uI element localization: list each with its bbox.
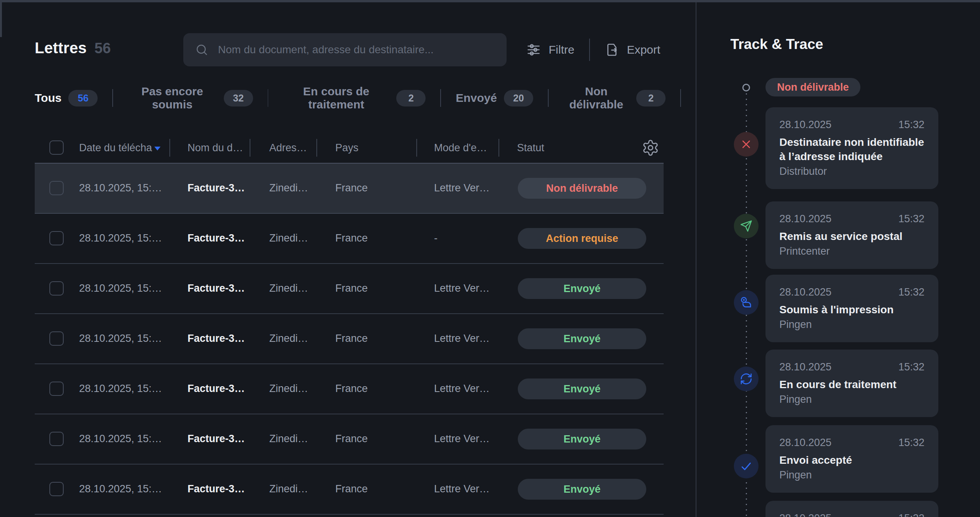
column-separator [316,139,317,157]
export-label: Export [627,43,661,56]
event-date: 28.10.2025 [779,286,831,298]
row-country: France [335,414,368,463]
filter-button[interactable]: Filtre [517,42,584,57]
event-date-row: 28.10.202515:32 [779,286,924,298]
table-header: Date du téléchaNom du d…Adres…PaysMode d… [35,133,664,164]
send-icon [734,214,759,238]
export-icon [605,42,619,57]
column-header-country: Pays [335,133,358,163]
tab-label: Pas encore soumis [128,85,216,111]
event-title: Remis au service postal [779,230,924,244]
timeline-start-ring [742,84,750,91]
row-recipient: Zinedi… [269,364,308,413]
status-badge: Action requise [518,228,646,249]
row-send-mode: - [434,214,438,262]
event-date-row: 28.10.202515:32 [779,213,924,225]
event-time: 15:32 [898,286,924,298]
row-checkbox[interactable] [49,181,64,195]
row-checkbox[interactable] [49,432,64,446]
row-checkbox[interactable] [49,482,64,496]
row-country: France [335,264,368,313]
event-time: 15:32 [898,361,924,373]
event-date: 28.10.2025 [779,119,831,131]
column-separator [250,139,250,157]
tab-count-badge: 20 [504,90,533,106]
page-title-label: Lettres [35,39,87,57]
tab-pas-encore-soumis[interactable]: Pas encore soumis32 [128,85,253,111]
row-date: 28.10.2025, 15:… [79,164,162,212]
table-row[interactable]: 28.10.2025, 15:…Facture-3…Zinedi…FranceL… [35,364,664,414]
event-time: 15:32 [898,213,924,225]
row-send-mode: Lettre Ver… [434,465,490,513]
column-separator [498,139,499,157]
row-document-name: Facture-3… [188,465,245,513]
event-title: En cours de traitement [779,378,924,392]
tab-non-d-livrable[interactable]: Non délivrable2 [563,85,666,111]
row-checkbox[interactable] [49,382,64,396]
select-all-checkbox[interactable] [49,140,64,155]
tab-count-badge: 56 [68,90,98,106]
column-header-date[interactable]: Date du télécha [79,133,161,163]
row-country: France [335,314,368,363]
row-country: France [335,364,368,413]
event-title: Envoi accepté [779,453,924,468]
timeline-event-card: 28.10.202515:32Envoi acceptéPingen [765,425,938,493]
row-document-name: Facture-3… [188,314,245,363]
status-badge: Envoyé [518,429,646,449]
row-checkbox[interactable] [49,281,64,296]
filter-icon [526,42,541,57]
tab-tous[interactable]: Tous56 [35,90,98,106]
row-send-mode: Lettre Ver… [434,264,490,313]
sort-caret-icon [154,147,161,150]
search-input[interactable] [217,43,495,56]
check-icon [734,454,759,478]
row-send-mode: Lettre Ver… [434,364,490,413]
toolbar-actions: Filtre Export [517,33,669,66]
event-source: Pingen [779,394,924,405]
row-document-name: Facture-3… [188,264,245,313]
row-document-name: Facture-3… [188,214,245,262]
table-row[interactable]: 28.10.2025, 15:…Facture-3…Zinedi…FranceL… [35,314,664,364]
table-row[interactable]: 28.10.2025, 15:…Facture-3…Zinedi…FranceL… [35,414,664,465]
row-date: 28.10.2025, 15:… [79,364,162,413]
track-status-badge: Non délivrable [765,78,860,96]
event-time: 15:32 [898,119,924,131]
row-date: 28.10.2025, 15:… [79,414,162,463]
tab-label: En cours de traitement [283,85,389,111]
table-row[interactable]: 28.10.2025, 15:…Facture-3…Zinedi…FranceL… [35,164,664,214]
tab-label: Non délivrable [563,85,630,111]
tab-separator [548,89,549,107]
timeline-event-card: 28.10.202515:32Soumis à l'impressionPing… [765,275,938,342]
row-country: France [335,465,368,513]
row-send-mode: Lettre Ver… [434,414,490,463]
table-row[interactable]: 28.10.2025, 15:…Facture-3…Zinedi…FranceL… [35,465,664,515]
column-header-label: Nom du d… [188,142,243,154]
table-row[interactable]: 28.10.2025, 15:…Facture-3…Zinedi…France-… [35,214,664,264]
column-header-label: Statut [517,142,544,154]
row-date: 28.10.2025, 15:… [79,264,162,313]
search-bar[interactable] [183,33,507,66]
row-checkbox[interactable] [49,231,64,245]
track-and-trace-panel: Track & Trace Non délivrable 28.10.20251… [696,2,980,517]
status-badge: Non délivrable [518,178,646,199]
timeline-event-card: 28.10.202515:32Destinataire non identifi… [765,107,938,189]
timeline-event-card: 28.10.202515:32Remis au service postalPr… [765,201,938,269]
app-window: Lettres 56 Filtre [0,0,980,517]
page-title-count: 56 [95,40,111,57]
row-recipient: Zinedi… [269,164,308,212]
tab-count-badge: 32 [224,90,253,106]
row-date: 28.10.2025, 15:… [79,214,162,262]
row-checkbox[interactable] [49,331,64,346]
event-time: 15:32 [898,512,924,517]
tab-en-cours-de-traitement[interactable]: En cours de traitement2 [283,85,426,111]
tab-envoy-[interactable]: Envoyé20 [456,90,533,106]
search-icon [195,43,209,57]
column-header-label: Pays [335,142,358,154]
column-settings-button[interactable] [641,139,660,157]
export-button[interactable]: Export [595,42,670,57]
letters-panel: Lettres 56 Filtre [0,2,696,517]
timeline-event-card: 28.10.202515:32 [765,501,938,517]
table-row[interactable]: 28.10.2025, 15:…Facture-3…Zinedi…FranceL… [35,264,664,314]
row-recipient: Zinedi… [269,314,308,363]
event-date-row: 28.10.202515:32 [779,361,924,373]
